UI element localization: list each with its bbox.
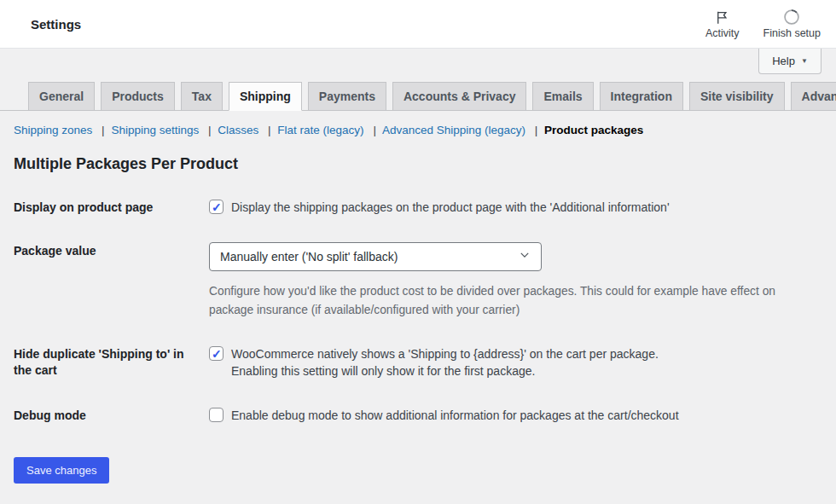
checkbox-label[interactable]: Enable debug mode to show additional inf… bbox=[231, 407, 679, 424]
subnav-separator: | bbox=[208, 124, 212, 136]
section-title: Multiple Packages Per Product bbox=[14, 155, 836, 173]
form-row-debug-mode: Debug mode Enable debug mode to show add… bbox=[14, 407, 836, 424]
field-label: Display on product page bbox=[14, 199, 209, 216]
tab-site-visibility[interactable]: Site visibility bbox=[689, 82, 785, 111]
subnav-shipping-settings[interactable]: Shipping settings bbox=[111, 124, 199, 136]
progress-circle-icon bbox=[783, 9, 800, 26]
subnav-separator: | bbox=[373, 124, 376, 136]
chevron-down-icon: ▼ bbox=[801, 57, 808, 65]
debug-mode-checkbox[interactable] bbox=[209, 408, 224, 422]
tab-integration[interactable]: Integration bbox=[600, 82, 683, 111]
field-label: Package value bbox=[14, 242, 209, 259]
tab-tax[interactable]: Tax bbox=[181, 82, 223, 111]
subnav-product-packages[interactable]: Product packages bbox=[544, 124, 643, 136]
activity-button[interactable]: Activity bbox=[705, 9, 740, 39]
help-button[interactable]: Help ▼ bbox=[758, 49, 821, 74]
tab-accounts-privacy[interactable]: Accounts & Privacy bbox=[392, 82, 527, 111]
page-title: Settings bbox=[31, 17, 81, 32]
display-on-product-page-checkbox[interactable] bbox=[209, 200, 224, 214]
subnav-shipping-zones[interactable]: Shipping zones bbox=[14, 124, 92, 136]
flag-icon bbox=[714, 9, 730, 26]
form-row-display-on-product-page: Display on product page Display the ship… bbox=[14, 199, 836, 216]
save-changes-button[interactable]: Save changes bbox=[14, 457, 109, 484]
finish-setup-label: Finish setup bbox=[763, 28, 821, 39]
form-row-package-value: Package value Manually enter ('No split'… bbox=[14, 242, 836, 319]
field-label: Hide duplicate 'Shipping to' in the cart bbox=[14, 345, 209, 379]
woocommerce-settings-page: Settings Activity Finish s bbox=[0, 0, 836, 484]
hide-duplicate-shipping-to-checkbox[interactable] bbox=[209, 346, 224, 361]
subnav-separator: | bbox=[102, 124, 105, 136]
tab-emails[interactable]: Emails bbox=[532, 82, 593, 111]
form-row-hide-duplicate-shipping-to: Hide duplicate 'Shipping to' in the cart… bbox=[14, 345, 836, 380]
settings-tab-bar: General Products Tax Shipping Payments A… bbox=[0, 49, 836, 111]
checkbox-label[interactable]: Display the shipping packages on the pro… bbox=[231, 199, 670, 216]
settings-form: Display on product page Display the ship… bbox=[14, 199, 836, 424]
field-label: Debug mode bbox=[14, 407, 209, 424]
chevron-down-icon bbox=[510, 248, 531, 265]
header-actions: Activity Finish setup bbox=[705, 9, 821, 39]
shipping-subnav: Shipping zones | Shipping settings | Cla… bbox=[0, 111, 836, 136]
select-value: Manually enter ('No split' fallback) bbox=[220, 248, 398, 265]
tab-advanced[interactable]: Advanced bbox=[791, 82, 836, 111]
help-label: Help bbox=[772, 55, 795, 67]
tab-shipping[interactable]: Shipping bbox=[229, 82, 302, 111]
subnav-flat-rate-legacy[interactable]: Flat rate (legacy) bbox=[277, 124, 363, 136]
subnav-separator: | bbox=[535, 124, 538, 136]
subnav-classes[interactable]: Classes bbox=[218, 124, 258, 136]
tab-general[interactable]: General bbox=[28, 82, 95, 111]
activity-label: Activity bbox=[705, 28, 740, 39]
subnav-separator: | bbox=[268, 124, 271, 136]
top-header: Settings Activity Finish s bbox=[0, 0, 836, 49]
package-value-select[interactable]: Manually enter ('No split' fallback) bbox=[209, 242, 542, 271]
subnav-advanced-shipping-legacy[interactable]: Advanced Shipping (legacy) bbox=[382, 124, 525, 136]
finish-setup-button[interactable]: Finish setup bbox=[763, 9, 821, 39]
tab-products[interactable]: Products bbox=[101, 82, 175, 111]
checkbox-label[interactable]: WooCommerce natively shows a 'Shipping t… bbox=[231, 345, 659, 380]
field-description: Configure how you'd like the product cos… bbox=[209, 282, 796, 319]
tab-payments[interactable]: Payments bbox=[308, 82, 386, 111]
